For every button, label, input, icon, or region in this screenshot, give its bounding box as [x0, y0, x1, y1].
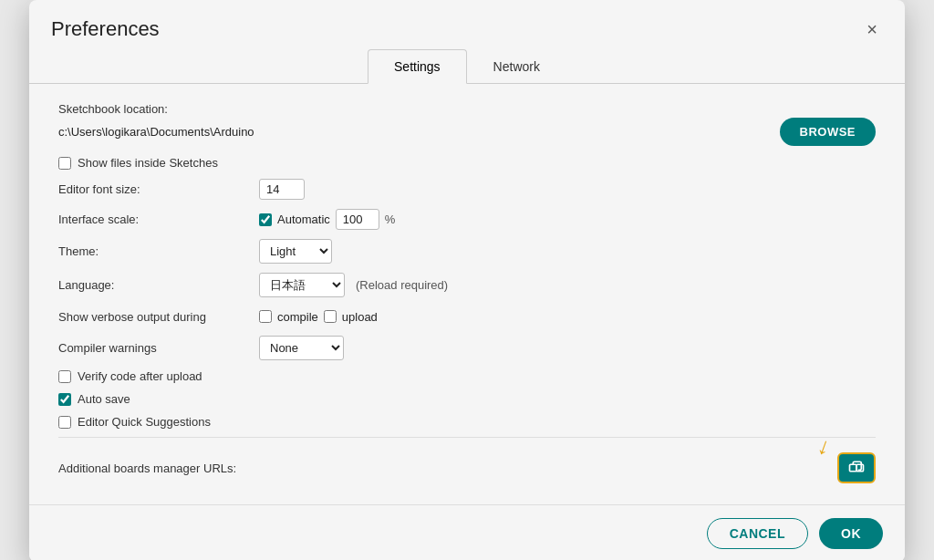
close-button[interactable]: × [861, 16, 883, 42]
compiler-warnings-select[interactable]: None Default More All [259, 336, 344, 360]
verbose-row: Show verbose output during compile uploa… [58, 302, 876, 331]
theme-label: Theme: [58, 244, 259, 258]
link-icon-button[interactable] [837, 452, 876, 483]
sketchbook-path: c:\Users\logikara\Documents\Arduino [58, 125, 254, 139]
quick-suggestions-row: Editor Quick Suggestions [58, 410, 876, 433]
show-files-label: Show files inside Sketches [78, 156, 218, 170]
verbose-label: Show verbose output during [58, 310, 259, 324]
verbose-compile-label: compile [277, 310, 318, 324]
show-files-checkbox[interactable] [58, 157, 71, 170]
theme-row: Theme: Light Dark [58, 234, 876, 268]
additional-boards-label: Additional boards manager URLs: [58, 461, 236, 475]
theme-select[interactable]: Light Dark [259, 239, 332, 264]
cancel-button[interactable]: CANCEL [707, 518, 808, 549]
sketchbook-row: c:\Users\logikara\Documents\Arduino BROW… [58, 118, 876, 146]
browse-button[interactable]: BROWSE [780, 118, 877, 146]
language-row: Language: 日本語 English (Reload required) [58, 268, 876, 302]
show-files-row: Show files inside Sketches [58, 151, 876, 174]
verify-label: Verify code after upload [78, 369, 202, 383]
automatic-checkbox[interactable] [259, 213, 272, 226]
tab-settings[interactable]: Settings [368, 49, 467, 84]
link-icon [848, 460, 865, 476]
additional-area: Additional boards manager URLs: ↓ [58, 447, 876, 489]
tab-network[interactable]: Network [467, 49, 566, 84]
svg-rect-0 [850, 464, 857, 472]
interface-scale-label: Interface scale: [58, 213, 259, 226]
language-select[interactable]: 日本語 English [259, 273, 345, 297]
tabs-bar: Settings Network [29, 49, 905, 84]
language-label: Language: [58, 278, 259, 292]
ok-button[interactable]: OK [819, 518, 883, 549]
verbose-upload-checkbox[interactable] [324, 310, 337, 323]
sketchbook-label: Sketchbook location: [58, 102, 876, 116]
automatic-label: Automatic [277, 213, 330, 226]
font-size-label: Editor font size: [58, 182, 259, 196]
dialog-title: Preferences [51, 17, 160, 41]
autosave-row: Auto save [58, 388, 876, 410]
sketchbook-section: Sketchbook location: c:\Users\logikara\D… [58, 102, 876, 146]
dialog-header: Preferences × [29, 0, 905, 42]
compiler-warnings-label: Compiler warnings [58, 341, 259, 355]
font-size-input[interactable] [259, 179, 305, 200]
additional-boards-row: Additional boards manager URLs: ↓ [58, 447, 876, 489]
dialog-footer: CANCEL OK [29, 504, 905, 560]
divider [58, 437, 876, 438]
quick-suggestions-checkbox[interactable] [58, 416, 71, 429]
preferences-dialog: Preferences × Settings Network Sketchboo… [29, 0, 905, 560]
verbose-compile-checkbox[interactable] [259, 310, 272, 323]
settings-content: Sketchbook location: c:\Users\logikara\D… [29, 84, 905, 498]
verify-row: Verify code after upload [58, 365, 876, 388]
autosave-checkbox[interactable] [58, 393, 71, 406]
font-size-row: Editor font size: [58, 174, 876, 204]
quick-suggestions-label: Editor Quick Suggestions [78, 415, 211, 429]
arrow-annotation: ↓ [814, 431, 835, 462]
autosave-label: Auto save [78, 392, 130, 406]
percent-label: % [385, 213, 396, 226]
verbose-upload-label: upload [342, 310, 378, 324]
compiler-warnings-row: Compiler warnings None Default More All [58, 331, 876, 365]
scale-input[interactable] [336, 209, 379, 230]
interface-scale-row: Interface scale: Automatic % [58, 204, 876, 234]
reload-note: (Reload required) [356, 278, 448, 292]
verify-checkbox[interactable] [58, 370, 71, 383]
